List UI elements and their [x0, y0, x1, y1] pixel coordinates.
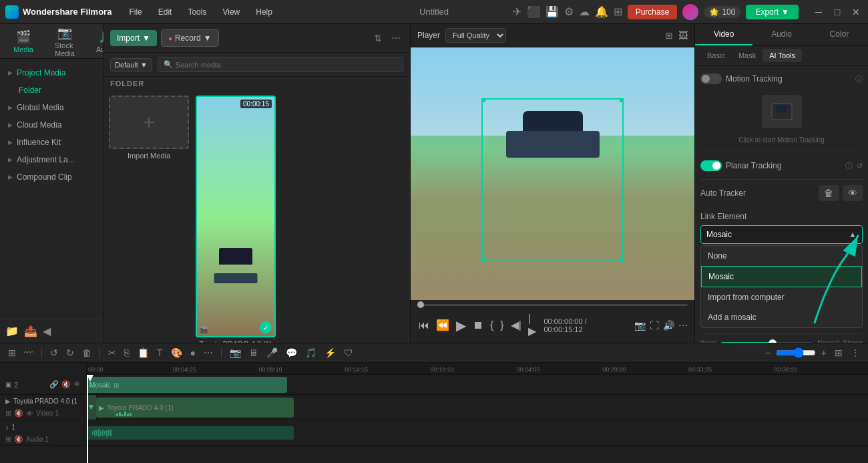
clip-back-icon[interactable]: ◀| — [509, 317, 523, 333]
track-v1-expand-icon[interactable]: ⊞ — [5, 409, 11, 418]
dropdown-item-none[interactable]: None — [701, 246, 862, 266]
track-v2-link-icon[interactable]: 🔗 — [49, 380, 59, 389]
minimize-button[interactable]: ─ — [812, 7, 825, 17]
redo-icon[interactable]: ↻ — [63, 346, 77, 359]
camera-icon[interactable]: 📷 — [227, 346, 244, 359]
tl-menu-icon[interactable]: ⋮ — [848, 346, 863, 359]
volume-icon[interactable]: 🔊 — [663, 320, 674, 331]
toolbar-media[interactable]: 🎬 Media — [8, 27, 39, 56]
planar-tracking-info-icon[interactable]: ⓘ — [845, 161, 853, 171]
import-media-item[interactable]: + Import Media — [109, 96, 189, 337]
record-icon[interactable]: ⬛ — [527, 5, 540, 18]
sort-icon[interactable]: ⇅ — [371, 30, 385, 46]
search-media-input[interactable] — [176, 61, 397, 69]
slider-track[interactable] — [721, 342, 813, 343]
dropdown-item-add-mosaic[interactable]: Add a mosaic — [701, 307, 862, 327]
undo-icon[interactable]: ↺ — [47, 346, 61, 359]
screenshot-ctrl-icon[interactable]: 📷 — [634, 320, 646, 331]
ripple-icon[interactable]: 〰 — [21, 346, 36, 359]
motion-tracking-toggle[interactable] — [700, 73, 722, 84]
grid-view-icon[interactable]: ⊞ — [665, 30, 673, 41]
default-filter-select[interactable]: Default ▼ — [110, 58, 152, 71]
add-folder-icon[interactable]: 📁 — [5, 325, 19, 337]
toolbar-stock-media[interactable]: 📷 Stock Media — [49, 24, 80, 60]
tab-video[interactable]: Video — [695, 24, 752, 45]
skip-back-icon[interactable]: ⏮ — [417, 318, 431, 333]
sidebar-item-compound-clip[interactable]: ▶ Compound Clip — [0, 168, 103, 186]
audio-detach-icon[interactable]: 🎵 — [302, 346, 319, 359]
quality-select[interactable]: Full Quality Half Quality — [445, 28, 506, 43]
text-icon[interactable]: T — [154, 346, 166, 359]
import-button[interactable]: Import ▼ — [110, 30, 157, 46]
show-tracker-button[interactable]: 👁 — [843, 185, 863, 201]
dropdown-item-import[interactable]: Import from computer — [701, 287, 862, 307]
settings-icon[interactable]: ⚙ — [564, 5, 574, 18]
subtab-ai-tools[interactable]: AI Tools — [763, 49, 802, 62]
track-v2-lock-icon[interactable]: 👁 — [73, 380, 81, 389]
progress-handle[interactable] — [417, 301, 424, 308]
sidebar-item-cloud-media[interactable]: ▶ Cloud Media — [0, 116, 103, 134]
motion-tracking-info-icon[interactable]: ⓘ — [855, 74, 863, 84]
purchase-button[interactable]: Purchase — [628, 5, 678, 19]
stop-icon[interactable]: ⏹ — [471, 318, 485, 333]
import-placeholder[interactable]: + — [109, 96, 189, 149]
more-ctrl-icon[interactable]: ⋯ — [678, 320, 688, 331]
dropdown-item-mosaic[interactable]: Mosaic — [701, 266, 862, 287]
sidebar-item-project-media[interactable]: ▶ Project Media — [0, 64, 103, 82]
remove-folder-icon[interactable]: 📤 — [24, 325, 37, 337]
sidebar-item-global-media[interactable]: ▶ Global Media — [0, 99, 103, 116]
delete-icon[interactable]: 🗑 — [79, 346, 94, 359]
clip-forward-icon[interactable]: |▶ — [527, 311, 540, 339]
speed-icon[interactable]: ⚡ — [322, 346, 339, 359]
subtab-basic[interactable]: Basic — [700, 49, 732, 62]
track-a1-mute-icon[interactable]: 🔇 — [14, 435, 23, 444]
protect-icon[interactable]: 🛡 — [341, 346, 356, 359]
track-v1-eye-icon[interactable]: 👁 — [26, 410, 33, 418]
track-v1-mute-icon[interactable]: 🔇 — [14, 409, 23, 418]
grid-icon[interactable]: ⊞ — [614, 5, 622, 18]
sidebar-item-folder[interactable]: Folder — [0, 82, 103, 99]
paste-icon[interactable]: 📋 — [135, 346, 152, 359]
export-button[interactable]: Export ▼ — [746, 5, 799, 19]
tl-grid-icon[interactable]: ⊞ — [832, 346, 845, 359]
collapse-sidebar-icon[interactable]: ◀ — [43, 325, 51, 337]
clip-video[interactable]: ▶ Toyota PRADO 4.0 (1) — [96, 398, 294, 418]
subtitle-icon[interactable]: 💬 — [283, 346, 300, 359]
player-progress-bar[interactable] — [417, 304, 688, 306]
cut-icon[interactable]: ✂ — [105, 346, 119, 359]
maximize-button[interactable]: □ — [831, 7, 844, 17]
color-icon[interactable]: 🎨 — [168, 346, 185, 359]
play-icon[interactable]: ▶ — [455, 316, 467, 335]
track-v2-mute-icon[interactable]: 🔇 — [61, 380, 71, 389]
track-v1-play-icon[interactable]: ▶ — [5, 398, 11, 405]
screenshot-icon[interactable]: 🖼 — [678, 30, 688, 41]
video-media-item[interactable]: 00:00:15 ✓ 🎬 Toyota PRADO 4.0 (1) — [196, 96, 276, 337]
copy-icon[interactable]: ⎘ — [122, 346, 132, 359]
sidebar-item-adjustment[interactable]: ▶ Adjustment La... — [0, 151, 103, 168]
planar-tracking-toggle[interactable] — [700, 160, 722, 171]
mic-icon[interactable]: 🎤 — [264, 346, 280, 359]
link-element-dropdown[interactable]: Mosaic ▲ — [700, 225, 863, 244]
notify-icon[interactable]: 🔔 — [595, 5, 608, 18]
record-button[interactable]: ● Record ▼ — [161, 29, 219, 47]
menu-edit[interactable]: Edit — [152, 5, 179, 19]
tab-audio[interactable]: Audio — [752, 24, 810, 45]
menu-tools[interactable]: Tools — [181, 5, 213, 19]
tab-color[interactable]: Color — [811, 24, 868, 45]
fullscreen-icon[interactable]: ⛶ — [650, 320, 659, 331]
clip-mosaic[interactable]: Mosaic ⊞ — [87, 377, 287, 393]
share-icon[interactable]: ✈ — [513, 5, 521, 18]
player-viewport[interactable] — [411, 47, 694, 300]
screen-record-icon[interactable]: 🖥 — [246, 346, 261, 359]
cloud-icon[interactable]: ☁ — [579, 5, 590, 18]
more-tl-icon[interactable]: ⋯ — [201, 346, 216, 359]
save-icon[interactable]: 💾 — [546, 5, 559, 18]
planar-reset-icon[interactable]: ↺ — [857, 162, 863, 170]
zoom-in-icon[interactable]: + — [819, 346, 829, 359]
clip-audio[interactable] — [87, 426, 294, 440]
out-point-icon[interactable]: } — [499, 318, 505, 333]
menu-view[interactable]: View — [216, 5, 246, 19]
in-point-icon[interactable]: { — [489, 318, 495, 333]
step-back-icon[interactable]: ⏪ — [435, 317, 451, 333]
more-options-icon[interactable]: ⋯ — [389, 30, 403, 46]
